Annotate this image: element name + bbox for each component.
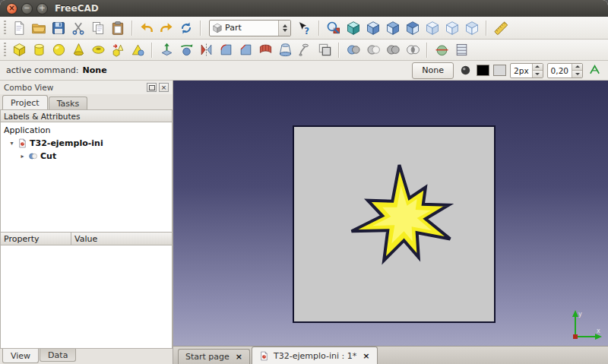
- tab-close-icon[interactable]: ×: [363, 351, 369, 361]
- freecad-window: × − + FreeCAD Part? active command: None…: [0, 0, 608, 364]
- right-view-icon[interactable]: [403, 19, 423, 37]
- cone-icon[interactable]: [68, 41, 88, 59]
- x-axis-label: x: [597, 328, 600, 334]
- front-view-icon[interactable]: [363, 19, 383, 37]
- model-plate[interactable]: [293, 125, 496, 323]
- paste-icon[interactable]: [108, 19, 128, 37]
- tree-label: Application: [4, 125, 50, 135]
- window-maximize-button[interactable]: +: [36, 3, 48, 14]
- active-command-label: active command:: [6, 65, 79, 75]
- part-toolbar: [0, 40, 608, 61]
- titlebar[interactable]: × − + FreeCAD: [0, 0, 608, 17]
- axonometric-view-icon[interactable]: [344, 19, 363, 37]
- workbench-selector[interactable]: Part: [209, 20, 291, 36]
- document-area: x y Start page × T32-ejemplo-ini : 1* ×: [173, 81, 608, 364]
- toolbar-handle[interactable]: [4, 21, 6, 36]
- save-icon[interactable]: [49, 19, 68, 37]
- tab-data[interactable]: Data: [40, 349, 76, 362]
- toolbar-separator: [131, 21, 133, 36]
- union-icon[interactable]: [383, 41, 403, 59]
- revolve-icon[interactable]: [176, 41, 196, 59]
- mirror-icon[interactable]: [196, 41, 216, 59]
- torus-icon[interactable]: [88, 41, 108, 59]
- labels-attributes-header: Labels & Attributes: [0, 109, 173, 122]
- window-minimize-button[interactable]: −: [21, 3, 33, 14]
- tree-item-document[interactable]: ▾ T32-ejemplo-ini: [1, 137, 172, 150]
- cut-icon[interactable]: [68, 19, 88, 37]
- box-icon[interactable]: [9, 41, 29, 59]
- tab-tasks[interactable]: Tasks: [49, 97, 87, 109]
- dock-float-button[interactable]: [147, 83, 157, 92]
- window-close-button[interactable]: ×: [6, 3, 17, 14]
- fillet-icon[interactable]: [216, 41, 236, 59]
- tab-close-icon[interactable]: ×: [236, 352, 242, 362]
- autogroup-button[interactable]: None: [412, 62, 454, 79]
- value-column-header[interactable]: Value: [71, 233, 97, 245]
- spinner-arrows[interactable]: [532, 64, 543, 78]
- freecad-document-icon: [17, 138, 27, 148]
- model-tree[interactable]: Application ▾ T32-ejemplo-ini ▸ Cut: [0, 122, 173, 232]
- boolean-cut-icon[interactable]: [363, 41, 383, 59]
- tab-start-page[interactable]: Start page ×: [178, 349, 250, 364]
- spinner-arrows[interactable]: [572, 64, 582, 78]
- loft-icon[interactable]: [275, 41, 295, 59]
- open-document-icon[interactable]: [29, 19, 49, 37]
- star-feature[interactable]: [341, 157, 467, 273]
- boolean-icon[interactable]: [344, 41, 363, 59]
- text-size-spinner[interactable]: 0,20: [547, 63, 583, 78]
- tab-view[interactable]: View: [2, 349, 39, 363]
- freecad-document-icon: [259, 351, 269, 361]
- 3d-viewport[interactable]: x y: [173, 81, 608, 346]
- fit-all-icon[interactable]: [324, 19, 344, 37]
- tab-document[interactable]: T32-ejemplo-ini : 1* ×: [252, 347, 377, 364]
- line-color-swatch[interactable]: [477, 65, 489, 76]
- create-primitives-icon[interactable]: [108, 41, 128, 59]
- construction-mode-icon[interactable]: [587, 63, 602, 78]
- measure-distance-icon[interactable]: [491, 19, 511, 37]
- toolbar-handle[interactable]: [4, 43, 6, 58]
- workbench-value: Part: [225, 23, 278, 33]
- copy-icon[interactable]: [88, 19, 108, 37]
- tree-item-application[interactable]: Application: [1, 124, 172, 137]
- shape-builder-icon[interactable]: [128, 41, 147, 59]
- rear-view-icon[interactable]: [423, 19, 442, 37]
- cross-sections-icon[interactable]: [451, 41, 471, 59]
- tree-item-cut[interactable]: ▸ Cut: [1, 150, 172, 163]
- bottom-view-icon[interactable]: [442, 19, 462, 37]
- tab-project[interactable]: Project: [2, 95, 48, 109]
- float-icon: [149, 85, 155, 90]
- set-style-icon[interactable]: [458, 63, 473, 78]
- expander-icon[interactable]: ▾: [8, 140, 15, 147]
- svg-text:?: ?: [304, 25, 309, 36]
- dock-close-button[interactable]: ×: [159, 83, 169, 92]
- whatsthis-icon[interactable]: ?: [295, 19, 315, 37]
- section-icon[interactable]: [432, 41, 451, 59]
- new-document-icon[interactable]: [9, 19, 29, 37]
- line-width-spinner[interactable]: 2px: [510, 63, 543, 78]
- status-command-bar: active command: None None 2px 0,20: [0, 61, 608, 81]
- x-axis-arrow: [595, 334, 602, 340]
- left-view-icon[interactable]: [462, 19, 482, 37]
- sweep-icon[interactable]: [295, 41, 315, 59]
- expander-icon[interactable]: ▸: [19, 153, 26, 160]
- redo-icon[interactable]: [157, 19, 176, 37]
- refresh-icon[interactable]: [176, 19, 196, 37]
- combo-view-tabs: Project Tasks: [0, 94, 173, 109]
- chamfer-icon[interactable]: [236, 41, 255, 59]
- sphere-icon[interactable]: [49, 41, 68, 59]
- cylinder-icon[interactable]: [29, 41, 49, 59]
- combo-dropdown-arrows[interactable]: [278, 21, 290, 36]
- face-color-swatch[interactable]: [493, 65, 506, 76]
- line-width-value: 2px: [511, 64, 532, 78]
- ruled-surface-icon[interactable]: [255, 41, 275, 59]
- extrude-icon[interactable]: [157, 41, 176, 59]
- file-toolbar: Part?: [0, 17, 608, 40]
- top-view-icon[interactable]: [383, 19, 403, 37]
- combo-view-header[interactable]: Combo View ×: [0, 81, 173, 94]
- workbench-icon: [210, 23, 225, 33]
- undo-icon[interactable]: [137, 19, 157, 37]
- offset-icon[interactable]: [315, 41, 334, 59]
- intersection-icon[interactable]: [403, 41, 423, 59]
- property-column-header[interactable]: Property: [1, 233, 71, 245]
- property-table-body[interactable]: [0, 245, 173, 349]
